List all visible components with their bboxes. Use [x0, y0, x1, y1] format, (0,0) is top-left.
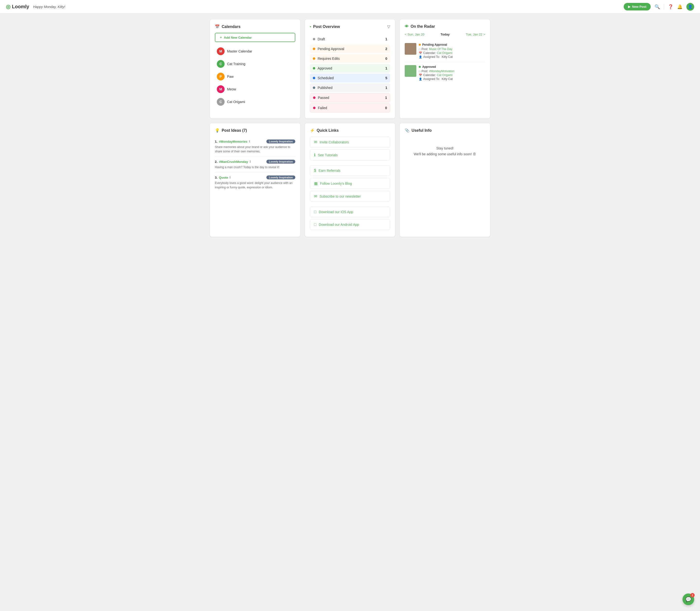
notifications-icon[interactable]: 🔔: [677, 4, 683, 10]
header-greeting: Happy Monday, Kitty!: [33, 5, 624, 9]
post-idea-number: 3.: [215, 176, 218, 179]
quick-links-spacer: [310, 204, 390, 207]
radar-post-link[interactable]: Music Of The Day: [429, 47, 452, 51]
calendar-list-item[interactable]: C Cat Origami: [215, 95, 295, 108]
post-idea-link[interactable]: Quote: [219, 176, 228, 179]
calendar-avatar: C: [217, 98, 225, 106]
post-dot: [313, 38, 315, 40]
radar-assigned-line: 👤 Assigned To: Kitty Cat: [419, 77, 485, 81]
quick-link-item[interactable]: □ Download our Android App: [310, 219, 390, 230]
radar-calendar-label: Calendar:: [423, 73, 436, 77]
post-dot: [313, 107, 315, 109]
post-overview-icon: ▪: [310, 25, 311, 29]
calendar-list-item[interactable]: M Master Calendar: [215, 45, 295, 58]
avatar[interactable]: 👤: [686, 3, 694, 11]
quick-link-label: Download our Android App: [319, 223, 359, 226]
radar-next-link[interactable]: Tue, Jan 22 >: [466, 33, 485, 36]
logo-text: Loomly: [12, 4, 29, 10]
quick-link-item[interactable]: ✉ Invite Collaborators: [310, 137, 390, 148]
radar-icon: 👁: [405, 24, 408, 29]
quick-link-icon: ℹ: [314, 153, 315, 157]
post-row[interactable]: Pending Approval 2: [310, 44, 390, 53]
search-icon[interactable]: 🔍: [655, 4, 660, 10]
quick-links-card: ⚡ Quick Links ✉ Invite Collaborators ℹ S…: [305, 123, 395, 237]
radar-post-link[interactable]: #MondayMotivation: [429, 70, 454, 73]
calendar-name: Cat Training: [227, 62, 245, 66]
radar-calendar-link[interactable]: Cat Origami: [437, 51, 452, 55]
calendar-list-item[interactable]: M Meow: [215, 83, 295, 95]
radar-post-line: □ Post: #MondayMotivation: [419, 70, 485, 73]
post-idea-number: 2.: [215, 160, 218, 164]
post-row-label: Published: [318, 86, 333, 90]
post-row[interactable]: Scheduled 5: [310, 74, 390, 83]
useful-info-content: Stay tuned! We'll be adding some useful …: [405, 137, 485, 168]
loomly-badge: Loomly Inspiration: [266, 176, 295, 179]
post-row-count: 1: [386, 86, 387, 90]
quick-link-icon: □: [314, 222, 316, 227]
post-idea-link[interactable]: #MondayMemories: [219, 140, 248, 144]
post-icon: □: [419, 70, 420, 73]
radar-item: Pending Approval □ Post: Music Of The Da…: [405, 40, 485, 62]
radar-title-text: On the Radar: [411, 24, 435, 29]
calendar-avatar: M: [217, 85, 225, 93]
post-row-count: 1: [386, 66, 387, 70]
new-post-button[interactable]: ▶ New Post: [624, 3, 651, 11]
quick-link-item[interactable]: □ Download our iOS App: [310, 207, 390, 217]
radar-assigned-name: Kitty Cat: [441, 55, 453, 59]
post-ideas-icon: 💡: [215, 128, 220, 133]
quick-links-list: ✉ Invite Collaborators ℹ See Tutorials $…: [310, 137, 390, 230]
post-dot: [313, 48, 315, 50]
quick-link-label: Download our iOS App: [319, 210, 353, 214]
useful-info-line2: We'll be adding some useful info soon! 🗓: [414, 152, 476, 156]
post-dot: [313, 67, 315, 70]
radar-post-label: Post:: [421, 47, 428, 51]
post-ideas-list: 1. #MondayMemories ℹ Loomly Inspiration …: [215, 137, 295, 193]
post-dot: [313, 96, 315, 99]
header: ◎ Loomly Happy Monday, Kitty! ▶ New Post…: [0, 0, 700, 14]
calendar-list: M Master Calendar C Cat Training P Paw M…: [215, 45, 295, 108]
post-row-count: 1: [385, 96, 387, 100]
quick-link-item[interactable]: $ Earn Referrals: [310, 165, 390, 176]
post-idea-item: 2. #ManCrushMonday ℹ Loomly Inspiration …: [215, 157, 295, 173]
radar-calendar-link[interactable]: Cat Origami: [437, 73, 452, 77]
post-row[interactable]: Draft 1: [310, 35, 390, 44]
help-icon[interactable]: ❓: [668, 4, 673, 10]
logo-icon: ◎: [6, 4, 11, 10]
filter-icon[interactable]: ▽: [387, 24, 390, 29]
idea-info-icon: ℹ: [249, 140, 250, 143]
new-post-label: New Post: [632, 5, 646, 9]
post-idea-number: 1.: [215, 140, 218, 144]
post-row[interactable]: Requires Edits 0: [310, 54, 390, 63]
add-calendar-button[interactable]: ＋ Add New Calendar: [215, 33, 295, 42]
post-dot: [313, 57, 315, 60]
calendars-icon: 📅: [215, 24, 220, 29]
post-idea-title: 1. #MondayMemories ℹ: [215, 140, 250, 144]
quick-link-item[interactable]: ✉ Subscribe to our newsletter: [310, 191, 390, 202]
post-row-count: 0: [385, 106, 387, 110]
radar-assigned-label: Assigned To:: [423, 55, 440, 59]
post-row[interactable]: Passed 1: [310, 93, 390, 102]
calendar-icon-sm: 📅: [419, 51, 422, 55]
quick-link-icon: ▦: [314, 181, 318, 186]
quick-link-icon: □: [314, 210, 316, 214]
quick-link-icon: ✉: [314, 194, 317, 198]
post-row[interactable]: Published 1: [310, 83, 390, 92]
post-ideas-card: 💡 Post Ideas (7) 1. #MondayMemories ℹ Lo…: [210, 123, 300, 237]
quick-link-label: See Tutorials: [318, 153, 338, 157]
post-row-label: Failed: [318, 106, 327, 110]
radar-status-dot: [419, 44, 421, 46]
calendar-name: Paw: [227, 75, 234, 78]
radar-item: Approved □ Post: #MondayMotivation 📅 Cal…: [405, 62, 485, 84]
radar-details: Pending Approval □ Post: Music Of The Da…: [419, 43, 485, 59]
quick-link-item[interactable]: ▦ Follow Loomly's Blog: [310, 178, 390, 189]
radar-calendar-label: Calendar:: [423, 51, 436, 55]
useful-info-card: 📎 Useful Info Stay tuned! We'll be addin…: [400, 123, 490, 237]
calendar-list-item[interactable]: P Paw: [215, 70, 295, 83]
post-row-count: 1: [386, 37, 387, 41]
post-row[interactable]: Approved 1: [310, 64, 390, 73]
radar-prev-link[interactable]: < Sun, Jan 20: [405, 33, 425, 36]
post-idea-link[interactable]: #ManCrushMonday: [219, 160, 248, 164]
quick-link-item[interactable]: ℹ See Tutorials: [310, 149, 390, 160]
calendar-list-item[interactable]: C Cat Training: [215, 58, 295, 70]
post-row[interactable]: Failed 0: [310, 103, 390, 113]
